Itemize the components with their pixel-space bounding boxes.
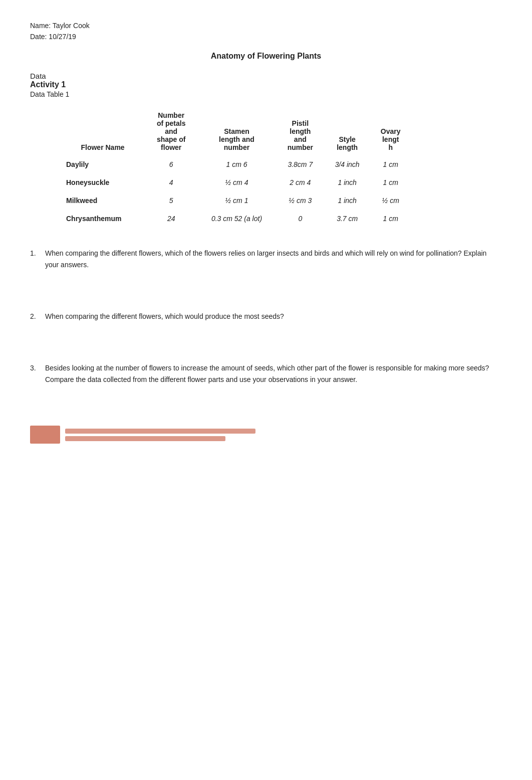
student-date: Date: 10/27/19 xyxy=(30,31,502,42)
col-header-flower: Flower Name xyxy=(60,107,145,155)
question-number: 1. xyxy=(30,248,40,271)
cell-ovary: ½ cm xyxy=(370,191,411,210)
question-text: Besides looking at the number of flowers… xyxy=(45,362,502,385)
activity-name: Activity 1 xyxy=(30,80,66,89)
data-table: Flower Name Numberof petalsandshape offl… xyxy=(60,107,411,228)
question-item: 2.When comparing the different flowers, … xyxy=(30,311,502,322)
cell-style: 1 inch xyxy=(324,173,370,191)
cell-ovary: 1 cm xyxy=(370,155,411,173)
question-item: 1.When comparing the different flowers, … xyxy=(30,248,502,271)
cell-pistil: 3.8cm 7 xyxy=(277,155,324,173)
cell-style: 3/4 inch xyxy=(324,155,370,173)
cell-pistil: 2 cm 4 xyxy=(277,173,324,191)
redacted-content xyxy=(30,426,502,444)
col-header-pistil: Pistillengthandnumber xyxy=(277,107,324,155)
question-number: 2. xyxy=(30,311,40,322)
table-row: Milkweed5½ cm 1½ cm 31 inch½ cm xyxy=(60,191,411,210)
cell-flower-name: Chrysanthemum xyxy=(60,210,145,228)
col-header-ovary: Ovarylength xyxy=(370,107,411,155)
question-item: 3.Besides looking at the number of flowe… xyxy=(30,362,502,385)
cell-petals: 24 xyxy=(145,210,197,228)
data-table-label: Data Table 1 xyxy=(30,90,502,98)
cell-stamen: 0.3 cm 52 (a lot) xyxy=(197,210,276,228)
cell-pistil: 0 xyxy=(277,210,324,228)
cell-flower-name: Honeysuckle xyxy=(60,173,145,191)
cell-ovary: 1 cm xyxy=(370,173,411,191)
col-header-stamen: Stamenlength andnumber xyxy=(197,107,276,155)
cell-stamen: 1 cm 6 xyxy=(197,155,276,173)
cell-flower-name: Milkweed xyxy=(60,191,145,210)
cell-petals: 6 xyxy=(145,155,197,173)
cell-style: 3.7 cm xyxy=(324,210,370,228)
table-row: Chrysanthemum240.3 cm 52 (a lot)03.7 cm1… xyxy=(60,210,411,228)
table-row: Daylily61 cm 63.8cm 73/4 inch1 cm xyxy=(60,155,411,173)
activity-prefix: Data xyxy=(30,72,46,80)
col-header-petals: Numberof petalsandshape offlower xyxy=(145,107,197,155)
cell-petals: 5 xyxy=(145,191,197,210)
col-header-style: Stylelength xyxy=(324,107,370,155)
cell-pistil: ½ cm 3 xyxy=(277,191,324,210)
cell-stamen: ½ cm 4 xyxy=(197,173,276,191)
question-number: 3. xyxy=(30,362,40,385)
cell-petals: 4 xyxy=(145,173,197,191)
question-text: When comparing the different flowers, wh… xyxy=(45,311,502,322)
data-table-wrapper: Flower Name Numberof petalsandshape offl… xyxy=(60,107,502,228)
cell-style: 1 inch xyxy=(324,191,370,210)
cell-flower-name: Daylily xyxy=(60,155,145,173)
student-name: Name: Taylor Cook xyxy=(30,20,502,31)
question-text: When comparing the different flowers, wh… xyxy=(45,248,502,271)
cell-ovary: 1 cm xyxy=(370,210,411,228)
table-row: Honeysuckle4½ cm 42 cm 41 inch1 cm xyxy=(60,173,411,191)
page-title: Anatomy of Flowering Plants xyxy=(30,52,502,61)
cell-stamen: ½ cm 1 xyxy=(197,191,276,210)
questions-list: 1.When comparing the different flowers, … xyxy=(30,248,502,385)
